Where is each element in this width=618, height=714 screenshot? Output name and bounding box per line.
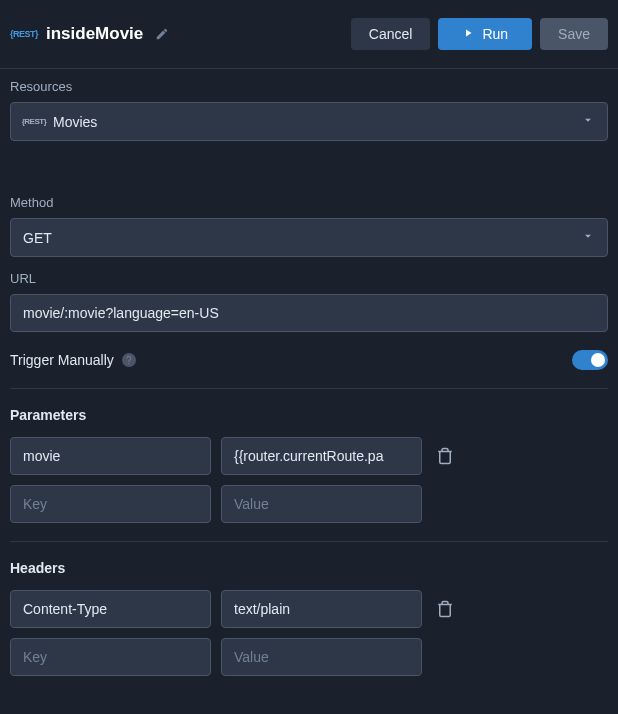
trigger-label: Trigger Manually	[10, 352, 114, 368]
header-value-input[interactable]	[221, 590, 422, 628]
url-label: URL	[10, 271, 608, 286]
delete-icon[interactable]	[432, 596, 458, 622]
header-value-input[interactable]	[221, 638, 422, 676]
headers-section: Headers	[10, 560, 608, 676]
parameter-value-input[interactable]	[221, 437, 422, 475]
chevron-down-icon	[581, 229, 595, 246]
parameters-title: Parameters	[10, 407, 608, 423]
header-key-input[interactable]	[10, 590, 211, 628]
method-label: Method	[10, 195, 608, 210]
headers-title: Headers	[10, 560, 608, 576]
header-bar: {REST} insideMovie Cancel Run Save	[0, 0, 618, 69]
run-button[interactable]: Run	[438, 18, 532, 50]
delete-icon[interactable]	[432, 443, 458, 469]
trigger-label-group: Trigger Manually ?	[10, 352, 136, 368]
help-icon[interactable]: ?	[122, 353, 136, 367]
parameter-key-input[interactable]	[10, 437, 211, 475]
parameters-section: Parameters	[10, 407, 608, 523]
header-row	[10, 590, 608, 628]
rest-api-icon: {REST}	[10, 22, 38, 46]
cancel-button[interactable]: Cancel	[351, 18, 431, 50]
run-label: Run	[482, 26, 508, 42]
header-key-input[interactable]	[10, 638, 211, 676]
play-icon	[462, 26, 474, 42]
divider	[10, 388, 608, 389]
toggle-knob	[591, 353, 605, 367]
resources-select[interactable]: {REST} Movies	[10, 102, 608, 141]
parameter-row-empty	[10, 485, 608, 523]
content-area: Resources {REST} Movies Method GET URL T…	[0, 69, 618, 696]
edit-icon[interactable]	[155, 27, 169, 41]
resources-field: Resources {REST} Movies	[10, 79, 608, 141]
resources-selected-text: Movies	[53, 114, 97, 130]
chevron-down-icon	[581, 113, 595, 130]
trigger-row: Trigger Manually ?	[10, 350, 608, 370]
header-left: {REST} insideMovie	[10, 22, 169, 46]
method-selected-text: GET	[23, 230, 52, 246]
url-input[interactable]	[10, 294, 608, 332]
parameter-value-input[interactable]	[221, 485, 422, 523]
page-title: insideMovie	[46, 24, 143, 44]
header-row-empty	[10, 638, 608, 676]
resources-label: Resources	[10, 79, 608, 94]
trigger-toggle[interactable]	[572, 350, 608, 370]
parameter-key-input[interactable]	[10, 485, 211, 523]
save-button[interactable]: Save	[540, 18, 608, 50]
parameter-row	[10, 437, 608, 475]
url-field: URL	[10, 271, 608, 332]
divider	[10, 541, 608, 542]
method-field: Method GET	[10, 195, 608, 257]
resources-select-value: {REST} Movies	[23, 114, 97, 130]
method-select[interactable]: GET	[10, 218, 608, 257]
header-actions: Cancel Run Save	[351, 18, 608, 50]
rest-api-icon: {REST}	[23, 114, 45, 130]
